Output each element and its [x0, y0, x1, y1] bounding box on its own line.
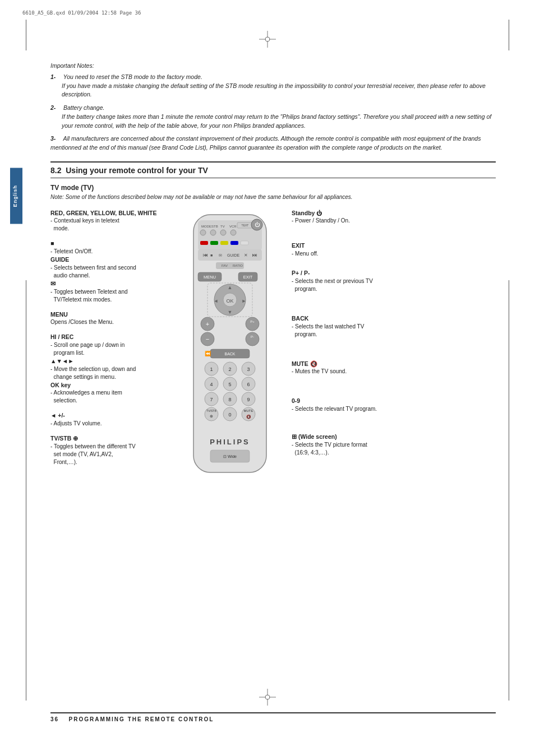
- svg-text:FAV: FAV: [222, 264, 228, 267]
- left-labels: RED, GREEN, YELLOW, BLUE, WHITE - Contex…: [50, 209, 174, 473]
- lbl-p-line1: - Selects the next or previous TV: [292, 277, 432, 285]
- lbl-red-green-title: RED, GREEN, YELLOW, BLUE, WHITE: [50, 209, 168, 217]
- svg-text:◄: ◄: [214, 298, 219, 304]
- lbl-guide-line: - Selects between first and second: [50, 264, 168, 272]
- lbl-red-green-line2: mode.: [50, 225, 168, 233]
- lbl-ok-line2: selection.: [50, 397, 168, 405]
- svg-text:RATIO: RATIO: [233, 264, 243, 267]
- svg-text:2: 2: [228, 367, 231, 372]
- lbl-hi-line2: program list.: [50, 349, 168, 357]
- lbl-red-green-line1: - Contextual keys in teletext: [50, 217, 168, 225]
- label-hi-rec: HI / REC - Scroll one page up / down in …: [50, 333, 168, 405]
- note-item-2: 2- Battery change. If the battery change…: [50, 104, 496, 130]
- note-text-2: Battery change.: [63, 104, 105, 111]
- tv-mode-note: Note: Some of the functions described be…: [50, 193, 496, 201]
- note-item-3: 3- All manufacturers are concerned about…: [50, 134, 496, 152]
- note-num-2: 2-: [50, 104, 62, 113]
- file-info: 6610_A5_GB.qxd 01/09/2004 12:58 Page 36: [22, 10, 141, 16]
- svg-rect-20: [210, 241, 218, 245]
- label-back: BACK - Selects the last watched TV progr…: [292, 314, 432, 338]
- tv-mode-title: TV mode (TV): [50, 184, 496, 192]
- svg-text:✕: ✕: [244, 253, 248, 258]
- svg-text:OK: OK: [226, 298, 233, 304]
- svg-text:BACK: BACK: [224, 352, 235, 356]
- svg-text:⊡ Wide: ⊡ Wide: [223, 454, 237, 458]
- svg-rect-19: [200, 241, 208, 245]
- important-notes-title: Important Notes:: [50, 62, 496, 71]
- label-exit: EXIT - Menu off.: [292, 242, 432, 258]
- crosshair-top-icon: [259, 31, 276, 48]
- svg-text:⏮: ⏮: [203, 252, 208, 258]
- svg-text:MODE: MODE: [201, 225, 211, 228]
- lbl-arrows-icon: ▲▼◄►: [50, 357, 168, 365]
- lbl-env-line: - Toggles between Teletext and: [50, 288, 168, 296]
- svg-point-90: [265, 695, 270, 699]
- lbl-guide-title: GUIDE: [50, 256, 168, 264]
- svg-point-11: [200, 230, 206, 235]
- diagram-area: RED, GREEN, YELLOW, BLUE, WHITE - Contex…: [50, 209, 496, 478]
- note-item-1: 1- You need to reset the STB mode to the…: [50, 73, 496, 99]
- section-heading-box: 8.2 Using your remote control for your T…: [50, 161, 496, 178]
- svg-point-14: [230, 230, 236, 235]
- svg-text:MUTE: MUTE: [244, 409, 253, 412]
- svg-text:STB: STB: [211, 225, 218, 228]
- svg-rect-22: [230, 241, 238, 245]
- lbl-menu-title: MENU: [50, 310, 168, 319]
- label-red-green: RED, GREEN, YELLOW, BLUE, WHITE - Contex…: [50, 209, 168, 233]
- svg-text:8: 8: [228, 397, 231, 402]
- label-0-9: 0-9 - Selects the relevant TV program.: [292, 397, 432, 413]
- svg-text:■: ■: [210, 253, 213, 257]
- svg-point-13: [220, 230, 226, 235]
- svg-text:⏻: ⏻: [255, 222, 260, 228]
- note-text-3: All manufacturers are concerned about th…: [50, 135, 481, 151]
- label-standby: Standby ⏻ - Power / Standby / On.: [292, 209, 432, 225]
- page-number: 36: [50, 716, 59, 722]
- svg-text:TV/STB: TV/STB: [206, 409, 216, 412]
- svg-text:TEXT: TEXT: [242, 224, 249, 227]
- svg-text:9: 9: [247, 397, 250, 402]
- svg-text:6: 6: [247, 382, 250, 387]
- lbl-ok-line1: - Acknowledges a menu item: [50, 389, 168, 397]
- lbl-tvstb-line1: - Toggles between the different TV: [50, 443, 168, 451]
- note-num-1: 1-: [50, 73, 62, 82]
- svg-text:▼: ▼: [228, 309, 233, 315]
- border-right-top: [509, 20, 509, 50]
- svg-text:4: 4: [210, 382, 213, 387]
- note-sub-1: If you have made a mistake changing the …: [62, 82, 496, 100]
- lbl-mute-title: MUTE 🔇: [292, 360, 432, 368]
- remote-control-illustration: MODE STB TV VCR TEXT ⏻: [174, 209, 286, 478]
- page-footer: 36 PROGRAMMING THE REMOTE CONTROL: [50, 712, 496, 722]
- svg-text:+: +: [206, 321, 209, 327]
- svg-text:7: 7: [210, 397, 213, 402]
- section-title: 8.2 Using your remote control for your T…: [50, 166, 496, 175]
- lbl-wide-line2: (16:9, 4:3,…).: [292, 449, 432, 457]
- border-left-bottom: [26, 280, 26, 701]
- svg-text:✉: ✉: [219, 253, 222, 257]
- lbl-env-line2: TV/Teletext mix modes.: [50, 296, 168, 304]
- lbl-standby-line: - Power / Standby / On.: [292, 217, 432, 225]
- svg-text:P+: P+: [250, 320, 255, 323]
- lbl-back-title: BACK: [292, 314, 432, 323]
- lbl-menu-line: Opens /Closes the Menu.: [50, 318, 168, 326]
- lbl-exit-line: - Menu off.: [292, 250, 432, 258]
- lbl-exit-title: EXIT: [292, 242, 432, 250]
- svg-text:⏪: ⏪: [205, 350, 211, 357]
- label-teletext: ■ - Teletext On/Off. GUIDE - Selects bet…: [50, 239, 168, 303]
- lbl-0-9-line: - Selects the relevant TV program.: [292, 405, 432, 413]
- svg-text:VCR: VCR: [229, 225, 237, 228]
- svg-text:3: 3: [247, 367, 250, 372]
- lbl-guide-line2: audio channel.: [50, 272, 168, 280]
- border-right-bottom: [509, 280, 509, 701]
- svg-text:⊕: ⊕: [210, 414, 213, 418]
- note-text-1: You need to reset the STB mode to the fa…: [63, 73, 202, 80]
- lbl-tvstb-line2: set mode (TV, AV1,AV2,: [50, 451, 168, 458]
- svg-text:🔇: 🔇: [246, 414, 251, 419]
- svg-text:TV: TV: [220, 225, 225, 228]
- lbl-0-9-title: 0-9: [292, 397, 432, 405]
- lbl-hi-rec-title: HI / REC: [50, 333, 168, 341]
- crosshair-bottom-icon: [259, 689, 276, 706]
- lbl-teletext-icon: ■: [50, 239, 168, 248]
- svg-rect-23: [241, 241, 248, 245]
- svg-text:−: −: [206, 336, 209, 342]
- svg-text:5: 5: [228, 382, 231, 387]
